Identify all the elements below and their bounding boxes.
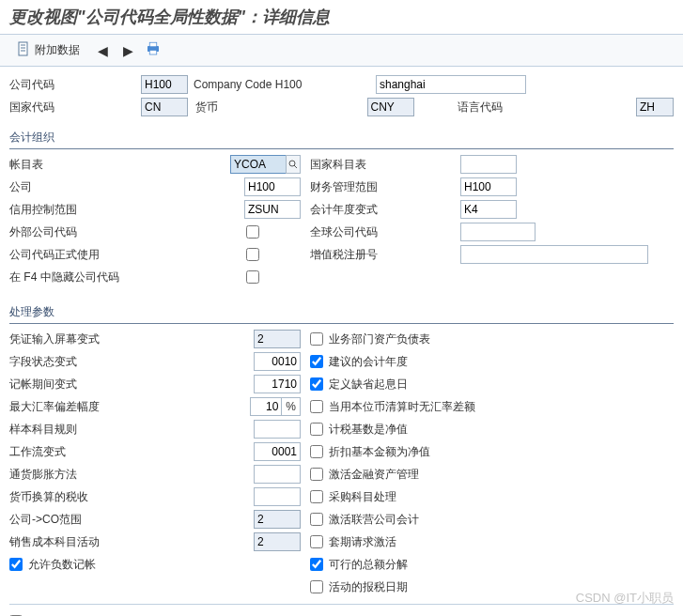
net-tax-base-checkbox[interactable]: [310, 423, 323, 436]
neg-posting-checkbox[interactable]: [9, 558, 23, 571]
fm-area-input[interactable]: [460, 177, 517, 196]
neg-posting-label: 允许负数记帐: [28, 557, 96, 573]
print-button[interactable]: [145, 40, 162, 60]
doc-entry-var-input[interactable]: [254, 330, 301, 348]
tax-crcy-input[interactable]: [254, 487, 301, 506]
search-help-icon[interactable]: [286, 155, 301, 174]
company-code-desc: Company Code H100: [188, 76, 376, 93]
toolbar: 附加数据 ◀ ▶: [0, 34, 683, 67]
jva-label: 激活联营公司会计: [329, 512, 419, 528]
bus-area-bs-checkbox[interactable]: [310, 332, 323, 346]
amount-split-checkbox[interactable]: [310, 558, 323, 571]
propose-fy-label: 建议的会计年度: [329, 354, 408, 370]
accounting-org-section: 会计组织 帐目表 公司 信用控制范围: [9, 127, 674, 292]
percent-unit: %: [282, 397, 301, 416]
no-exch-diff-label: 当用本位币清算时无汇率差额: [329, 399, 475, 415]
processing-params-title: 处理参数: [9, 301, 674, 324]
next-button[interactable]: ▶: [119, 43, 137, 58]
global-cocode-label: 全球公司代码: [310, 224, 423, 240]
company-label: 公司: [9, 179, 141, 195]
cogs-label: 销售成本科目活动: [9, 534, 141, 550]
no-exch-diff-checkbox[interactable]: [310, 400, 323, 413]
accounting-org-title: 会计组织: [9, 127, 674, 149]
country-row: 国家代码 货币 语言代码: [9, 97, 674, 117]
company-code-label: 公司代码: [9, 77, 141, 93]
posting-period-label: 记帐期间变式: [9, 377, 141, 393]
active-tax-date-label: 活动的报税日期: [329, 579, 408, 595]
max-exch-dev-input[interactable]: [250, 397, 282, 416]
co-area-input[interactable]: [254, 510, 301, 529]
chart-accounts-label: 帐目表: [9, 157, 141, 173]
default-valdate-checkbox[interactable]: [310, 377, 323, 391]
purch-proc-checkbox[interactable]: [310, 490, 323, 503]
max-exch-dev-label: 最大汇率偏差幅度: [9, 399, 141, 415]
hide-f4-label: 在 F4 中隐藏公司代码: [9, 270, 197, 285]
svg-rect-5: [149, 42, 157, 47]
amount-split-label: 可行的总额分解: [329, 557, 408, 573]
currency-label: 货币: [188, 100, 282, 116]
processing-params-section: 处理参数 凭证输入屏幕变式 字段状态变式 记帐期间变式: [9, 301, 674, 616]
bus-area-bs-label: 业务部门资产负债表: [329, 331, 430, 347]
disc-base-net-label: 折扣基本金额为净值: [329, 444, 430, 460]
fin-asset-checkbox[interactable]: [310, 468, 323, 481]
hide-f4-checkbox[interactable]: [246, 270, 259, 284]
field-status-input[interactable]: [254, 352, 301, 371]
inflation-input[interactable]: [254, 465, 301, 484]
fin-asset-label: 激活金融资产管理: [329, 467, 419, 483]
country-input[interactable]: [141, 98, 188, 116]
active-tax-date-checkbox[interactable]: [310, 580, 323, 593]
page-title: 更改视图"公司代码全局性数据"：详细信息: [0, 0, 683, 34]
inflation-label: 通货膨胀方法: [9, 467, 141, 483]
currency-input: [367, 98, 414, 116]
svg-rect-0: [19, 42, 27, 55]
disc-base-net-checkbox[interactable]: [310, 445, 323, 458]
additional-data-label: 附加数据: [35, 42, 80, 58]
propose-fy-checkbox[interactable]: [310, 355, 323, 368]
additional-data-button[interactable]: 附加数据: [9, 38, 86, 62]
svg-line-8: [294, 165, 297, 168]
net-tax-base-label: 计税基数是净值: [329, 422, 408, 438]
vat-reg-input[interactable]: [460, 245, 648, 264]
svg-rect-6: [149, 51, 157, 55]
document-icon: [16, 41, 31, 59]
workflow-var-label: 工作流变式: [9, 444, 141, 460]
city-input[interactable]: [376, 75, 526, 94]
hedge-req-checkbox[interactable]: [310, 535, 323, 548]
country-coa-input[interactable]: [460, 155, 517, 174]
company-code-row: 公司代码 Company Code H100: [9, 74, 674, 95]
global-cocode-input[interactable]: [460, 223, 536, 241]
cogs-input[interactable]: [254, 532, 301, 551]
sample-rule-label: 样本科目规则: [9, 422, 141, 438]
purch-proc-label: 采购科目处理: [329, 489, 396, 505]
ext-cocode-label: 外部公司代码: [9, 224, 141, 240]
watermark: CSDN @IT小职员: [576, 590, 674, 607]
credit-ctrl-label: 信用控制范围: [9, 202, 141, 218]
workflow-var-input[interactable]: [254, 442, 301, 461]
language-input: [636, 98, 674, 116]
credit-ctrl-input[interactable]: [244, 200, 301, 219]
posting-period-input[interactable]: [254, 375, 301, 393]
company-code-input[interactable]: [141, 75, 188, 94]
chart-accounts-input[interactable]: [230, 155, 287, 174]
cocode-prod-label: 公司代码正式使用: [9, 247, 141, 263]
doc-entry-var-label: 凭证输入屏幕变式: [9, 331, 141, 347]
vat-reg-label: 增值税注册号: [310, 247, 423, 263]
sample-rule-input[interactable]: [254, 420, 301, 439]
language-label: 语言代码: [458, 100, 551, 116]
co-area-label: 公司->CO范围: [9, 512, 141, 528]
tax-crcy-label: 货币换算的税收: [9, 489, 141, 505]
prev-button[interactable]: ◀: [94, 43, 112, 58]
default-valdate-label: 定义缺省起息日: [329, 377, 408, 393]
jva-checkbox[interactable]: [310, 513, 323, 526]
fm-area-label: 财务管理范围: [310, 179, 423, 195]
hedge-req-label: 套期请求激活: [329, 534, 396, 550]
country-coa-label: 国家科目表: [310, 157, 423, 173]
field-status-label: 字段状态变式: [9, 354, 141, 370]
ext-cocode-checkbox[interactable]: [246, 225, 259, 239]
country-label: 国家代码: [9, 100, 141, 116]
company-input[interactable]: [244, 177, 301, 196]
fy-variant-label: 会计年度变式: [310, 202, 423, 218]
cocode-prod-checkbox[interactable]: [246, 248, 259, 261]
fy-variant-input[interactable]: [460, 200, 517, 219]
